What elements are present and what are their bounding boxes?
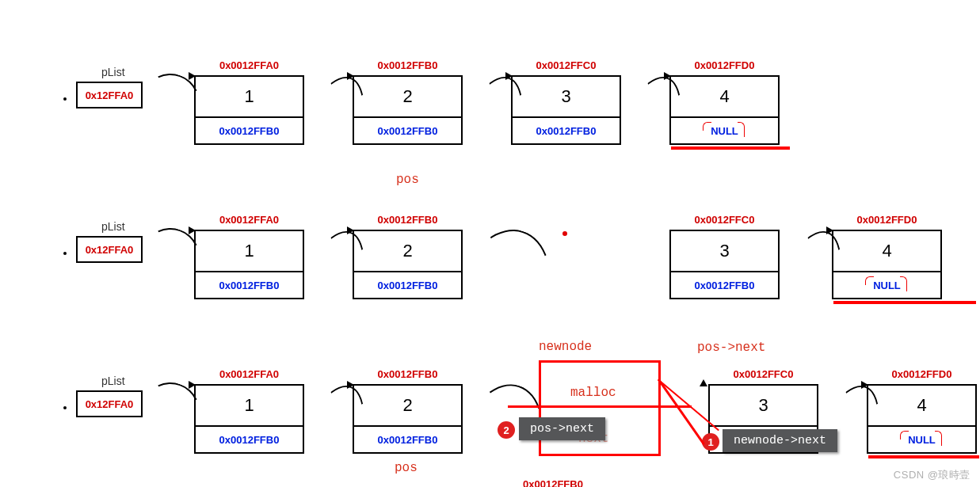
arrowhead-icon (347, 381, 354, 389)
node-next: 0x0012FFB0 (671, 272, 778, 298)
node-1: 0x0012FFA0 1 0x0012FFB0 (194, 230, 304, 299)
node-next: 0x0012FFB0 (354, 118, 461, 143)
node-addr: 0x0012FFA0 (196, 214, 303, 226)
arrowhead-icon (505, 72, 513, 80)
node-4: 0x0012FFD0 4 NULL (832, 230, 942, 299)
malloc-text: malloc (570, 386, 616, 400)
node-next: NULL (671, 118, 778, 143)
node-data: 2 (354, 386, 461, 427)
node-data: 3 (513, 77, 620, 118)
node-data: 2 (354, 77, 461, 118)
node-addr: 0x0012FFD0 (671, 59, 778, 71)
arrowhead-icon (700, 379, 707, 386)
step1-pill: newnode->next (723, 429, 837, 452)
node-data: 1 (196, 386, 303, 427)
step-badge-2: 2 (498, 421, 515, 439)
node-3: 0x0012FFC0 3 0x0012FFB0 (511, 75, 621, 145)
bullet (63, 97, 67, 101)
node-1: 0x0012FFA0 1 0x0012FFB0 (194, 384, 304, 454)
node-addr: 0x0012FFD0 (833, 214, 940, 226)
truncated-addr: 0x0012FFB0 (523, 478, 583, 487)
node-2: 0x0012FFB0 2 0x0012FFB0 (353, 384, 463, 454)
step-badge-1: 1 (702, 433, 719, 451)
arrowhead-icon (664, 72, 671, 80)
node-data: 1 (196, 231, 303, 272)
arrowhead-icon (347, 226, 354, 234)
node-2: 0x0012FFB0 2 0x0012FFB0 (353, 230, 463, 299)
node-addr: 0x0012FFD0 (868, 368, 975, 380)
watermark: CSDN @琅時壹 (894, 468, 970, 482)
node-data: 4 (868, 386, 975, 427)
node-1: 0x0012FFA0 1 0x0012FFB0 (194, 75, 304, 145)
node-next: 0x0012FFB0 (196, 272, 303, 298)
node-data: 4 (833, 231, 940, 272)
plist-label: pList (101, 66, 125, 78)
node-addr: 0x0012FFA0 (196, 368, 303, 380)
node-next: 0x0012FFB0 (196, 118, 303, 143)
node-addr: 0x0012FFA0 (196, 59, 303, 71)
node-2: 0x0012FFB0 2 0x0012FFB0 (353, 75, 463, 145)
node-addr: 0x0012FFC0 (671, 214, 778, 226)
node-data: 2 (354, 231, 461, 272)
node-data: 1 (196, 77, 303, 118)
node-next: 0x0012FFB0 (354, 427, 461, 452)
null-underline (671, 146, 790, 150)
node-4: 0x0012FFD0 4 NULL (669, 75, 780, 145)
node-data: 4 (671, 77, 778, 118)
plist-label: pList (101, 220, 125, 233)
bullet (63, 252, 67, 255)
node-data: 3 (671, 231, 778, 272)
node-next: NULL (833, 272, 940, 298)
newnode-label: newnode (539, 340, 592, 354)
pos-label: pos (396, 173, 419, 187)
node-addr: 0x0012FFB0 (354, 59, 461, 71)
node-4: 0x0012FFD0 4 NULL (867, 384, 977, 454)
step2-pill: pos->next (519, 417, 605, 440)
arrowhead-icon (189, 381, 196, 389)
plist-label: pList (101, 375, 125, 387)
node-next: 0x0012FFB0 (513, 118, 620, 143)
node-next: 0x0012FFB0 (354, 272, 461, 298)
plist-box: 0x12FFA0 (76, 236, 143, 263)
bullet (63, 406, 67, 409)
pos-label-bottom: pos (395, 461, 418, 475)
arrowhead-icon (189, 72, 196, 80)
node-addr: 0x0012FFC0 (513, 59, 620, 71)
node-addr: 0x0012FFB0 (354, 368, 461, 380)
node-data: 3 (710, 386, 817, 427)
arrowhead-icon (189, 226, 196, 234)
node-addr: 0x0012FFC0 (710, 368, 817, 380)
arrowhead-icon (861, 381, 868, 389)
red-divider (508, 405, 692, 408)
arrowhead-icon (826, 226, 833, 234)
node-next: 0x0012FFB0 (196, 427, 303, 452)
plist-box: 0x12FFA0 (76, 390, 143, 417)
null-underline (833, 301, 976, 304)
null-underline (868, 455, 979, 458)
node-3: 0x0012FFC0 3 0x0012FFB0 (669, 230, 780, 299)
plist-box: 0x12FFA0 (76, 82, 143, 108)
red-dot-icon (562, 231, 567, 236)
arrowhead-icon (347, 72, 354, 80)
posnext-label: pos->next (697, 341, 765, 355)
node-next: NULL (868, 427, 975, 452)
node-addr: 0x0012FFB0 (354, 214, 461, 226)
